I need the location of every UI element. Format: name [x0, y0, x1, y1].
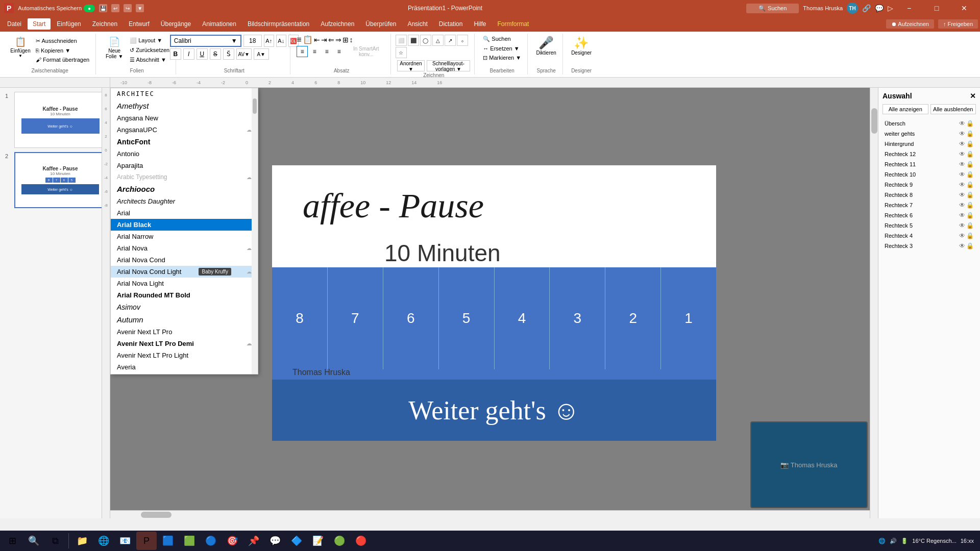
shadow-button[interactable]: S̈	[223, 48, 234, 60]
menu-formformat[interactable]: Formformat	[492, 18, 534, 30]
panel-item-rechteck5[interactable]: Rechteck 5 👁 🔒	[883, 220, 976, 231]
font-item-arial-nova-cond[interactable]: Arial Nova Cond	[111, 254, 258, 266]
font-item-avenir-next-demi[interactable]: Avenir Next LT Pro Demi ☁	[111, 338, 258, 349]
save-icon[interactable]: 💾	[99, 4, 107, 12]
taskbar-other3[interactable]: 🔵	[201, 532, 221, 550]
slide-bottom-bar[interactable]: Weiter geht's ☺	[272, 380, 716, 441]
font-item-antonio[interactable]: Antonio	[111, 148, 258, 160]
dropdown-scrollbar[interactable]	[252, 88, 258, 374]
panel-item-rechteck7[interactable]: Rechteck 7 👁 🔒	[883, 200, 976, 210]
taskbar-other2[interactable]: 🟩	[179, 532, 200, 550]
menu-animationen[interactable]: Animationen	[197, 18, 241, 30]
columns-button[interactable]: ⊞	[342, 35, 349, 44]
taskbar-other8[interactable]: 📝	[308, 532, 328, 550]
shape-item[interactable]: ◯	[420, 35, 431, 46]
menu-hilfe[interactable]: Hilfe	[469, 18, 491, 30]
font-item-avenir-next[interactable]: Avenir Next LT Pro	[111, 326, 258, 338]
font-dropdown-arrow[interactable]: ▼	[231, 37, 237, 44]
font-item-arial[interactable]: Arial	[111, 207, 258, 219]
strikethrough-button[interactable]: S	[210, 48, 221, 60]
eye-icon-uebersch[interactable]: 👁	[959, 120, 965, 127]
shape-item[interactable]: ⬛	[408, 35, 419, 46]
spacing-button[interactable]: AV▼	[236, 48, 252, 60]
panel-item-rechteck4[interactable]: Rechteck 4 👁 🔒	[883, 231, 976, 241]
hide-all-button[interactable]: Alle ausblenden	[930, 104, 976, 114]
slide-thumbnail-2[interactable]: Kaffee - Pause 10 Minuten 8 7 6 5 Weiter…	[14, 152, 102, 208]
indent-right-button[interactable]: ⇥	[321, 35, 327, 44]
menu-einfuegen[interactable]: Einfügen	[52, 18, 86, 30]
eye-icon-r12[interactable]: 👁	[959, 151, 965, 158]
lock-icon-r8[interactable]: 🔒	[966, 191, 974, 198]
share-icon[interactable]: 🔗	[862, 4, 871, 12]
lock-icon-r6[interactable]: 🔒	[966, 212, 974, 219]
ltr-button[interactable]: ⇒	[335, 35, 341, 44]
font-item-archiooco[interactable]: Archiooco	[111, 183, 258, 195]
taskbar-sound-icon[interactable]: 🔊	[890, 538, 897, 544]
taskbar-pp[interactable]: P	[136, 532, 157, 550]
shape-item[interactable]: ↗	[445, 35, 456, 46]
redo-icon[interactable]: ↪	[124, 4, 132, 12]
italic-button[interactable]: I	[183, 48, 194, 60]
anordnen-button[interactable]: Anordnen ▼	[397, 60, 424, 71]
diktieren-button[interactable]: 🎤 Diktieren	[534, 35, 558, 65]
numbered-list-button[interactable]: 📋	[303, 35, 313, 44]
taskbar-browser[interactable]: 🌐	[93, 532, 114, 550]
font-item-aparajita[interactable]: Aparajita	[111, 160, 258, 171]
font-item-arial-narrow[interactable]: Arial Narrow	[111, 231, 258, 242]
more-options-icon[interactable]: ▼	[136, 4, 144, 12]
lock-icon-r4[interactable]: 🔒	[966, 232, 974, 239]
panel-item-rechteck9[interactable]: Rechteck 9 👁 🔒	[883, 180, 976, 190]
markieren-button[interactable]: ⊡ Markieren ▼	[481, 54, 523, 62]
panel-item-uebersch[interactable]: Übersch 👁 🔒	[883, 118, 976, 129]
smartart-button[interactable]: In SmartArt konv...	[346, 46, 386, 57]
panel-item-rechteck8[interactable]: Rechteck 8 👁 🔒	[883, 190, 976, 200]
minimize-button[interactable]: −	[897, 0, 921, 16]
menu-entwurf[interactable]: Entwurf	[124, 18, 155, 30]
eye-icon-r3[interactable]: 👁	[959, 242, 965, 249]
font-item-architec[interactable]: ARCHITEC	[111, 88, 258, 99]
eye-icon-r6[interactable]: 👁	[959, 212, 965, 219]
eye-icon-r5[interactable]: 👁	[959, 222, 965, 229]
designer-button[interactable]: ✨ Designer	[569, 35, 594, 65]
align-left-button[interactable]: ≡	[297, 46, 308, 57]
menu-ueberpruefen[interactable]: Überprüfen	[360, 18, 401, 30]
font-item-angsanaupc[interactable]: AngsanaUPC ☁	[111, 124, 258, 136]
taskbar-files[interactable]: 📁	[72, 532, 92, 550]
slide-thumbnail-1[interactable]: Kaffee - Pause 10 Minuten Weiter geht's …	[14, 92, 102, 148]
record-button[interactable]: ⏺ Aufzeichnen	[886, 19, 934, 29]
eye-icon-weitergehts[interactable]: 👁	[959, 130, 965, 137]
share-button[interactable]: ↑ Freigeben	[938, 19, 978, 29]
close-panel-button[interactable]: ✕	[970, 92, 976, 100]
eye-icon-r9[interactable]: 👁	[959, 181, 965, 188]
rtl-button[interactable]: ⇐	[328, 35, 334, 44]
menu-zeichnen[interactable]: Zeichnen	[87, 18, 122, 30]
format-button[interactable]: 🖌 Format übertragen	[34, 56, 91, 64]
copy-button[interactable]: ⎘ Kopieren ▼	[34, 46, 91, 55]
menu-ansicht[interactable]: Ansicht	[402, 18, 432, 30]
lock-icon-r12[interactable]: 🔒	[966, 151, 974, 158]
font-item-averia[interactable]: Averia	[111, 361, 258, 373]
horizontal-scrollbar-thumb[interactable]	[141, 512, 172, 518]
font-decrease-button[interactable]: A↓	[276, 35, 286, 47]
comments-icon[interactable]: 💬	[875, 4, 884, 12]
slide-subtitle[interactable]: 10 Minuten	[384, 239, 501, 267]
start-button[interactable]: ⊞	[2, 532, 22, 550]
lock-icon-r7[interactable]: 🔒	[966, 202, 974, 209]
present-icon[interactable]: ▷	[888, 4, 893, 12]
lock-icon-r11[interactable]: 🔒	[966, 161, 974, 168]
eye-icon-r8[interactable]: 👁	[959, 191, 965, 198]
shape-item[interactable]: ⬦	[457, 35, 468, 46]
search-button[interactable]: 🔍	[23, 532, 44, 550]
shape-item[interactable]: ⬜	[396, 35, 407, 46]
cut-button[interactable]: ✂ Ausschneiden	[34, 37, 91, 45]
task-view-button[interactable]: ⧉	[45, 532, 65, 550]
vertical-scrollbar[interactable]	[870, 88, 878, 518]
close-button[interactable]: ✕	[952, 0, 976, 16]
bold-button[interactable]: B	[170, 48, 181, 60]
menu-datei[interactable]: Datei	[2, 18, 27, 30]
schnelllayout-button[interactable]: Schnelllayout-vorlagen ▼	[427, 60, 471, 71]
font-item-arial-rounded[interactable]: Arial Rounded MT Bold	[111, 289, 258, 301]
undo-icon[interactable]: ↩	[111, 4, 119, 12]
taskbar-mail[interactable]: 📧	[115, 532, 135, 550]
neue-folie-button[interactable]: 📄 Neue Folie ▼	[102, 35, 127, 65]
